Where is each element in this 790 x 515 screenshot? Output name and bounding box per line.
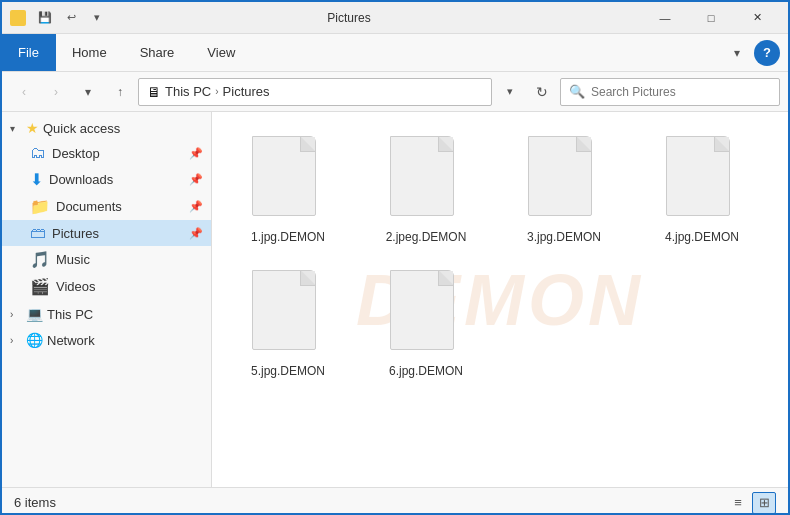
file-icon-2 <box>390 136 462 224</box>
file-icon-6 <box>390 270 462 358</box>
path-dropdown-btn[interactable]: ▾ <box>496 78 524 106</box>
search-icon: 🔍 <box>569 84 585 99</box>
network-arrow: › <box>10 335 22 346</box>
tab-view[interactable]: View <box>191 34 252 71</box>
desktop-pin-icon: 📌 <box>189 147 203 160</box>
pictures-pin-icon: 📌 <box>189 227 203 240</box>
ribbon-help-btn[interactable]: ? <box>754 40 780 66</box>
quick-access-section: ▾ ★ Quick access 🗂 Desktop 📌 ⬇ Downloads… <box>2 116 211 300</box>
sidebar-item-documents[interactable]: 📁 Documents 📌 <box>2 193 211 220</box>
quick-access-label: Quick access <box>43 121 120 136</box>
status-bar: 6 items ≡ ⊞ <box>2 487 788 515</box>
path-this-pc[interactable]: This PC <box>165 84 211 99</box>
refresh-button[interactable]: ↻ <box>528 78 556 106</box>
forward-button[interactable]: › <box>42 78 70 106</box>
view-buttons: ≡ ⊞ <box>726 492 776 514</box>
nav-dropdown-btn[interactable]: ▾ <box>74 78 102 106</box>
title-bar-icons <box>10 10 26 26</box>
network-icon: 🌐 <box>26 332 43 348</box>
file-item-5[interactable]: 5.jpg.DEMON <box>228 262 348 388</box>
sidebar-item-pictures-label: Pictures <box>52 226 99 241</box>
documents-folder-icon: 📁 <box>30 197 50 216</box>
file-name-6: 6.jpg.DEMON <box>389 364 463 380</box>
desktop-folder-icon: 🗂 <box>30 144 46 162</box>
up-button[interactable]: ↑ <box>106 78 134 106</box>
qat-save-btn[interactable]: 💾 <box>34 7 56 29</box>
quick-access-star-icon: ★ <box>26 120 39 136</box>
sidebar-item-music[interactable]: 🎵 Music <box>2 246 211 273</box>
documents-pin-icon: 📌 <box>189 200 203 213</box>
address-bar: ‹ › ▾ ↑ 🖥 This PC › Pictures ▾ ↻ 🔍 <box>2 72 788 112</box>
close-button[interactable]: ✕ <box>734 2 780 34</box>
file-icon-1 <box>252 136 324 224</box>
minimize-button[interactable]: — <box>642 2 688 34</box>
quick-access-header[interactable]: ▾ ★ Quick access <box>2 116 211 140</box>
file-icon-5 <box>252 270 324 358</box>
videos-folder-icon: 🎬 <box>30 277 50 296</box>
network-label: Network <box>47 333 95 348</box>
large-icons-view-btn[interactable]: ⊞ <box>752 492 776 514</box>
content-area: DEMON 1.jpg.DEMON2.jpeg.DEMON3.jpg.DEMON… <box>212 112 788 487</box>
sidebar-item-videos-label: Videos <box>56 279 96 294</box>
file-item-2[interactable]: 2.jpeg.DEMON <box>366 128 486 254</box>
this-pc-icon: 💻 <box>26 306 43 322</box>
this-pc-label: This PC <box>47 307 93 322</box>
tab-share[interactable]: Share <box>124 34 192 71</box>
file-icon-4 <box>666 136 738 224</box>
file-icon-3 <box>528 136 600 224</box>
path-pictures[interactable]: Pictures <box>223 84 270 99</box>
this-pc-section: › 💻 This PC <box>2 302 211 326</box>
sidebar-item-documents-label: Documents <box>56 199 122 214</box>
file-name-2: 2.jpeg.DEMON <box>386 230 467 246</box>
file-item-4[interactable]: 4.jpg.DEMON <box>642 128 762 254</box>
search-input[interactable] <box>591 85 771 99</box>
title-bar: 💾 ↩ ▾ Pictures — □ ✕ <box>2 2 788 34</box>
tab-home[interactable]: Home <box>56 34 124 71</box>
sidebar-item-desktop-label: Desktop <box>52 146 100 161</box>
sidebar-item-desktop[interactable]: 🗂 Desktop 📌 <box>2 140 211 166</box>
file-item-3[interactable]: 3.jpg.DEMON <box>504 128 624 254</box>
sidebar-item-downloads-label: Downloads <box>49 172 113 187</box>
file-item-1[interactable]: 1.jpg.DEMON <box>228 128 348 254</box>
sidebar-item-pictures[interactable]: 🗃 Pictures 📌 <box>2 220 211 246</box>
ribbon-collapse-btn[interactable]: ▾ <box>724 40 750 66</box>
pictures-folder-icon: 🗃 <box>30 224 46 242</box>
sidebar-item-videos[interactable]: 🎬 Videos <box>2 273 211 300</box>
window-controls: — □ ✕ <box>642 2 780 34</box>
ribbon: File Home Share View ▾ ? <box>2 34 788 72</box>
network-header[interactable]: › 🌐 Network <box>2 328 211 352</box>
network-section: › 🌐 Network <box>2 328 211 352</box>
back-button[interactable]: ‹ <box>10 78 38 106</box>
files-grid: 1.jpg.DEMON2.jpeg.DEMON3.jpg.DEMON4.jpg.… <box>228 128 772 387</box>
downloads-folder-icon: ⬇ <box>30 170 43 189</box>
file-name-3: 3.jpg.DEMON <box>527 230 601 246</box>
tab-file[interactable]: File <box>2 34 56 71</box>
main-area: ▾ ★ Quick access 🗂 Desktop 📌 ⬇ Downloads… <box>2 112 788 487</box>
app-icon <box>10 10 26 26</box>
sidebar-item-downloads[interactable]: ⬇ Downloads 📌 <box>2 166 211 193</box>
file-name-5: 5.jpg.DEMON <box>251 364 325 380</box>
downloads-pin-icon: 📌 <box>189 173 203 186</box>
music-folder-icon: 🎵 <box>30 250 50 269</box>
path-computer-icon: 🖥 <box>147 84 161 100</box>
sidebar: ▾ ★ Quick access 🗂 Desktop 📌 ⬇ Downloads… <box>2 112 212 487</box>
file-name-1: 1.jpg.DEMON <box>251 230 325 246</box>
file-item-6[interactable]: 6.jpg.DEMON <box>366 262 486 388</box>
details-view-btn[interactable]: ≡ <box>726 492 750 514</box>
maximize-button[interactable]: □ <box>688 2 734 34</box>
this-pc-arrow: › <box>10 309 22 320</box>
window-title: Pictures <box>56 11 642 25</box>
sidebar-item-music-label: Music <box>56 252 90 267</box>
quick-access-arrow: ▾ <box>10 123 22 134</box>
this-pc-header[interactable]: › 💻 This PC <box>2 302 211 326</box>
address-path[interactable]: 🖥 This PC › Pictures <box>138 78 492 106</box>
file-name-4: 4.jpg.DEMON <box>665 230 739 246</box>
search-box: 🔍 <box>560 78 780 106</box>
item-count: 6 items <box>14 495 56 510</box>
